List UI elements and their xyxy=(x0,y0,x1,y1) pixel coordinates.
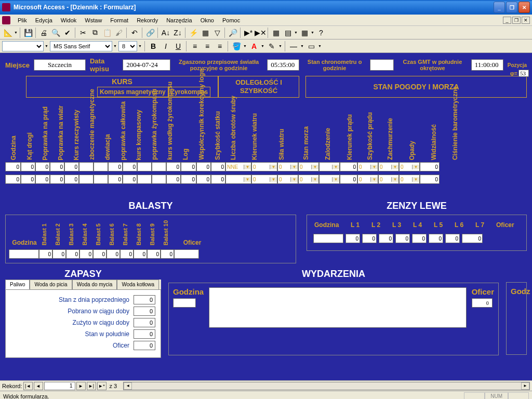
wyd-godzina-input[interactable] xyxy=(173,298,196,308)
combo-arrow-icon[interactable]: ▼ xyxy=(270,165,277,169)
cell-combo[interactable]: ▼ xyxy=(319,162,340,171)
hscroll-left-button[interactable]: ◄ xyxy=(124,382,132,390)
maximize-button[interactable]: ❐ xyxy=(506,2,517,13)
sort-asc-icon[interactable]: A↓ xyxy=(160,27,171,38)
zapasy-input[interactable] xyxy=(134,295,155,304)
cell-input[interactable] xyxy=(340,162,357,171)
minimize-button[interactable]: _ xyxy=(494,2,505,13)
cell-input[interactable] xyxy=(35,162,50,171)
cell-input[interactable] xyxy=(420,162,440,171)
combo-arrow-icon[interactable]: ▼ xyxy=(244,165,251,169)
chrono-input[interactable] xyxy=(370,59,394,71)
cell-input[interactable] xyxy=(35,175,50,184)
cell-input[interactable] xyxy=(166,162,181,171)
new-rec-icon[interactable]: ▶* xyxy=(243,27,254,38)
preview-icon[interactable]: 🔍 xyxy=(50,27,61,38)
cell-input[interactable] xyxy=(108,162,123,171)
special-effect-dropdown[interactable]: ▼ xyxy=(318,44,322,48)
combo-arrow-icon[interactable]: ▼ xyxy=(244,177,251,182)
underline-icon[interactable]: U xyxy=(172,41,184,52)
menu-okno[interactable]: Okno xyxy=(196,16,218,24)
special-effect-icon[interactable]: ▭ xyxy=(305,41,317,52)
cell-combo[interactable]: 0▼ xyxy=(357,175,378,184)
cell-input[interactable] xyxy=(152,162,166,171)
rec-new-button[interactable]: ►* xyxy=(97,382,107,390)
cell-input[interactable] xyxy=(137,175,152,184)
menu-rekordy[interactable]: Rekordy xyxy=(132,16,162,24)
cell-combo[interactable]: 0▼ xyxy=(277,162,298,171)
object-dropdown[interactable]: ▼ xyxy=(45,44,49,48)
line-width-icon[interactable]: — xyxy=(288,41,299,52)
properties-icon[interactable]: ▦ xyxy=(299,27,310,38)
line-color-icon[interactable]: ✎ xyxy=(266,41,277,52)
line-color-dropdown[interactable]: ▼ xyxy=(278,44,283,48)
help-icon[interactable]: ? xyxy=(315,27,327,38)
combo-arrow-icon[interactable]: ▼ xyxy=(270,177,277,182)
cell-input[interactable] xyxy=(21,175,35,184)
combo-arrow-icon[interactable]: ▼ xyxy=(290,177,298,182)
menu-widok[interactable]: Widok xyxy=(57,16,81,24)
font-name-combo[interactable]: MS Sans Serif xyxy=(50,41,112,51)
combo-arrow-icon[interactable]: ▼ xyxy=(332,177,339,182)
zenzy-input[interactable] xyxy=(429,234,443,243)
bal-input[interactable] xyxy=(161,249,174,259)
cell-input[interactable] xyxy=(79,162,94,171)
bal-input[interactable] xyxy=(134,249,147,259)
filter-toggle-icon[interactable]: ▽ xyxy=(211,27,223,38)
close-button[interactable]: ✕ xyxy=(518,2,530,13)
zapasy-input[interactable] xyxy=(134,318,155,327)
line-width-dropdown[interactable]: ▼ xyxy=(300,44,304,48)
bal-input[interactable] xyxy=(66,249,79,259)
font-color-dropdown[interactable]: ▼ xyxy=(261,44,265,48)
cell-input[interactable] xyxy=(137,162,152,171)
cell-combo[interactable]: 0▼ xyxy=(251,175,277,184)
bal-input[interactable] xyxy=(79,249,93,259)
save-icon[interactable]: 💾 xyxy=(22,27,34,38)
zenzy-input[interactable] xyxy=(462,234,483,243)
cell-combo[interactable]: 0▼ xyxy=(357,162,378,171)
zenzy-input[interactable] xyxy=(412,234,427,243)
db-window-icon[interactable]: ▦ xyxy=(270,27,282,38)
cell-input[interactable] xyxy=(79,175,94,184)
new-obj-dropdown[interactable]: ▼ xyxy=(294,31,298,34)
zapasy-tab[interactable]: Woda do mycia xyxy=(72,280,117,289)
hscroll-right-button[interactable]: ► xyxy=(521,382,529,390)
combo-arrow-icon[interactable]: ▼ xyxy=(412,177,419,182)
cell-input[interactable] xyxy=(123,162,137,171)
font-color-icon[interactable]: A xyxy=(248,41,260,52)
rec-first-button[interactable]: |◄ xyxy=(23,382,33,390)
cell-combo[interactable]: 0▼ xyxy=(298,175,319,184)
mdi-restore-button[interactable]: ❐ xyxy=(512,17,521,24)
rec-next-button[interactable]: ► xyxy=(76,382,86,390)
zapasy-input[interactable] xyxy=(134,341,155,350)
menu-edycja[interactable]: Edycja xyxy=(31,16,57,24)
font-size-dropdown[interactable]: ▼ xyxy=(138,44,142,48)
rec-current-input[interactable] xyxy=(44,382,75,390)
gmt-input[interactable] xyxy=(471,59,503,71)
combo-arrow-icon[interactable]: ▼ xyxy=(391,177,398,182)
view-icon[interactable]: 📐 xyxy=(2,27,14,38)
cell-input[interactable] xyxy=(94,175,108,184)
cell-input[interactable] xyxy=(340,175,357,184)
combo-arrow-icon[interactable]: ▼ xyxy=(370,165,378,169)
cell-input[interactable] xyxy=(196,162,211,171)
object-combo[interactable] xyxy=(2,41,44,51)
cell-input[interactable] xyxy=(166,175,181,184)
zapasy-tab[interactable]: Woda kotłowa xyxy=(117,280,159,289)
data-input[interactable] xyxy=(123,59,170,71)
cell-input[interactable] xyxy=(181,175,196,184)
mdi-close-button[interactable]: ✕ xyxy=(522,17,530,24)
cell-combo[interactable]: ▼ xyxy=(225,175,251,184)
cell-combo[interactable]: 0▼ xyxy=(251,162,277,171)
menu-wstaw[interactable]: Wstaw xyxy=(81,16,106,24)
paste-icon[interactable]: 📋 xyxy=(101,27,113,38)
cell-input[interactable] xyxy=(5,175,21,184)
view-dropdown[interactable]: ▼ xyxy=(14,31,18,34)
rec-prev-button[interactable]: ◄ xyxy=(34,382,43,390)
cell-combo[interactable]: NNE▼ xyxy=(225,162,251,171)
cell-input[interactable] xyxy=(21,162,35,171)
bal-input[interactable] xyxy=(107,249,120,259)
cell-combo[interactable]: 0▼ xyxy=(378,175,399,184)
mdi-minimize-button[interactable]: _ xyxy=(503,17,511,24)
fill-color-dropdown[interactable]: ▼ xyxy=(243,44,247,48)
